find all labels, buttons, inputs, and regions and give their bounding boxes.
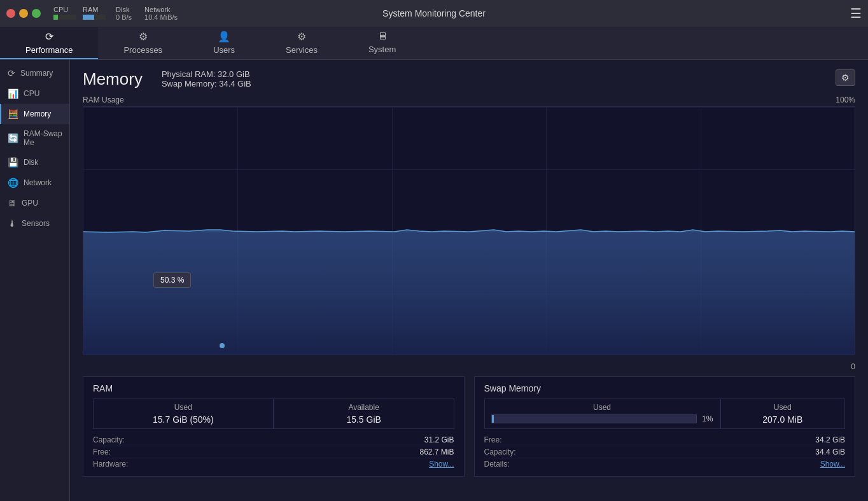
sidebar-item-summary-label: Summary [20,69,53,78]
swap-free-row: Free: 34.2 GiB [484,434,846,446]
swap-used-col: Used 207.0 MiB [720,399,846,429]
sidebar-item-cpu[interactable]: 📊 CPU [0,83,69,104]
sidebar-item-memory[interactable]: 🧮 Memory [0,104,69,124]
swap-panel-title: Swap Memory [484,383,846,393]
memory-icon: 🧮 [8,109,18,119]
users-icon: 👤 [218,31,230,43]
swap-capacity-label: Capacity: [484,448,516,456]
cpu-indicator: CPU RAM Disk 0 B/s Network 10.4 MiB/s [53,6,178,21]
minimize-button[interactable] [19,9,28,18]
ram-columns: Used 15.7 GiB (50%) Available 15.5 GiB [93,399,454,429]
ram-hardware-link[interactable]: Show... [429,460,454,469]
swap-used-label: Used [491,403,713,412]
ram-capacity-row: Capacity: 31.2 GiB [93,434,454,446]
swap-capacity-value: 34.4 GiB [815,448,845,456]
swap-columns: Used 1% Used 207.0 MiB [484,399,846,429]
chart-title: RAM Usage [83,95,124,104]
ram-free-row: Free: 862.7 MiB [93,446,454,458]
chart-svg [83,107,855,355]
swap-free-value: 34.2 GiB [815,435,845,444]
ram-info: Physical RAM: 32.0 GiB Swap Memory: 34.4… [162,69,251,88]
tab-users-label: Users [213,45,235,55]
page-title: Memory [83,69,143,89]
stats-row: RAM Used 15.7 GiB (50%) Available 15.5 G… [83,376,855,477]
sidebar-item-ram-swap-label: RAM-Swap Me [24,129,63,147]
sidebar-item-cpu-label: CPU [24,89,39,98]
menu-button[interactable]: ☰ [850,6,862,21]
ram-details: Capacity: 31.2 GiB Free: 862.7 MiB Hardw… [93,434,454,470]
services-icon: ⚙ [297,31,306,43]
ram-available-col: Available 15.5 GiB [274,399,454,429]
settings-button[interactable]: ⚙ [836,69,855,86]
swap-memory-label: Swap Memory: 34.4 GiB [162,79,251,88]
sidebar-item-network[interactable]: 🌐 Network [0,173,69,193]
content-header: Memory Physical RAM: 32.0 GiB Swap Memor… [83,69,855,89]
swap-used-col-value: 207.0 MiB [727,414,839,425]
swap-bar-container: 1% [491,414,713,423]
sidebar-item-sensors-label: Sensors [22,219,50,228]
tab-processes[interactable]: ⚙ Processes [98,27,188,59]
disk-label: Disk [116,6,129,13]
navbar: ⟳ Performance ⚙ Processes 👤 Users ⚙ Serv… [0,27,868,60]
tab-users[interactable]: 👤 Users [188,27,260,59]
ram-free-label: Free: [93,448,111,456]
sidebar-item-network-label: Network [24,178,52,187]
ram-hardware-row: Hardware: Show... [93,458,454,470]
tab-system-label: System [368,45,396,54]
disk-value: 0 B/s [116,13,132,21]
system-icon: 🖥 [377,31,388,42]
swap-bar-col: Used 1% [484,399,720,429]
network-icon: 🌐 [8,178,18,188]
ram-panel: RAM Used 15.7 GiB (50%) Available 15.5 G… [83,376,465,477]
chart-max-label: 100% [836,95,855,104]
sidebar-item-memory-label: Memory [24,109,51,118]
swap-panel: Swap Memory Used 1% Used 207.0 MiB [474,376,856,477]
tab-processes-label: Processes [123,45,162,55]
main-layout: ⟳ Summary 📊 CPU 🧮 Memory 🔄 RAM-Swap Me 💾… [0,60,868,501]
disk-icon: 💾 [8,157,18,167]
ram-panel-title: RAM [93,383,454,393]
network-label: Network [144,6,170,13]
chart-label-row: RAM Usage 100% [83,95,855,106]
ram-used-value: 15.7 GiB (50%) [100,414,267,425]
ram-usage-chart: 50.3 % [83,106,855,355]
tab-performance[interactable]: ⟳ Performance [0,27,98,59]
sensors-icon: 🌡 [8,218,17,229]
sidebar-item-gpu-label: GPU [22,199,38,208]
ram-capacity-label: Capacity: [93,435,125,444]
swap-details-label: Details: [484,460,510,469]
sidebar-item-gpu[interactable]: 🖥 GPU [0,193,69,213]
ram-available-value: 15.5 GiB [281,414,447,425]
processes-icon: ⚙ [139,31,148,43]
swap-bar-pct: 1% [702,414,713,423]
tab-system[interactable]: 🖥 System [343,27,421,59]
close-button[interactable] [6,9,15,18]
gpu-icon: 🖥 [8,198,17,208]
chart-zero-label: 0 [83,362,855,371]
summary-icon: ⟳ [8,68,15,78]
tab-services[interactable]: ⚙ Services [260,27,343,59]
sidebar: ⟳ Summary 📊 CPU 🧮 Memory 🔄 RAM-Swap Me 💾… [0,60,70,501]
swap-details-row: Details: Show... [484,458,846,470]
swap-bar [491,414,697,423]
ram-available-label: Available [281,403,447,412]
sidebar-item-disk-label: Disk [24,158,38,167]
swap-details: Free: 34.2 GiB Capacity: 34.4 GiB Detail… [484,434,846,470]
swap-details-link[interactable]: Show... [820,460,845,469]
ram-used-label: Used [100,403,267,412]
titlebar: CPU RAM Disk 0 B/s Network 10.4 MiB/s Sy… [0,0,868,27]
sidebar-item-ram-swap[interactable]: 🔄 RAM-Swap Me [0,124,69,152]
sidebar-item-sensors[interactable]: 🌡 Sensors [0,213,69,234]
window-controls [6,9,41,18]
cpu-icon: 📊 [8,88,18,99]
tab-performance-label: Performance [25,45,73,55]
swap-bar-fill [492,415,494,423]
sidebar-item-summary[interactable]: ⟳ Summary [0,63,69,83]
sidebar-item-disk[interactable]: 💾 Disk [0,152,69,173]
ram-capacity-value: 31.2 GiB [424,435,454,444]
swap-capacity-row: Capacity: 34.4 GiB [484,446,846,458]
ram-hardware-label: Hardware: [93,460,128,469]
swap-used-col-label: Used [727,403,839,412]
maximize-button[interactable] [32,9,41,18]
chart-tooltip-dot [220,343,225,348]
